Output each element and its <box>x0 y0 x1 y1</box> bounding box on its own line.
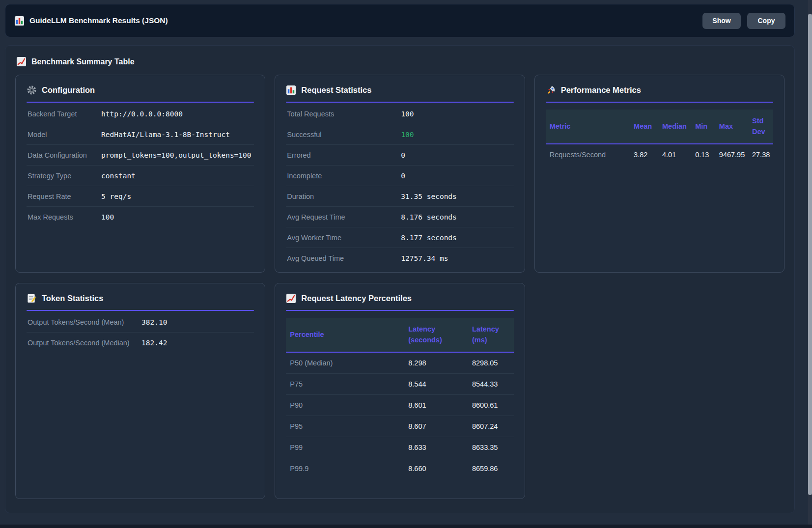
config-row: Max Requests 100 <box>27 207 254 227</box>
config-row: Request Rate 5 req/s <box>27 186 254 207</box>
table-header-row: Percentile Latency (seconds) Latency (ms… <box>286 318 513 352</box>
cell-stddev: 27.38 <box>748 144 773 165</box>
stat-row: Successful 100 <box>286 124 513 145</box>
configuration-card: Configuration Backend Target http://0.0.… <box>15 75 265 273</box>
request-statistics-title-text: Request Statistics <box>301 85 371 95</box>
stat-row: Errored 0 <box>286 145 513 166</box>
cell-min: 0.13 <box>691 144 715 165</box>
config-row: Model RedHatAI/Llama-3.1-8B-Instruct <box>27 124 254 145</box>
row-label: Strategy Type <box>28 172 101 180</box>
accent-divider <box>27 310 254 311</box>
table-row: P50 (Median) 8.298 8298.05 <box>286 352 513 374</box>
cell-latency-ms: 8298.05 <box>468 352 514 374</box>
bar-chart-icon <box>14 16 25 26</box>
cell-percentile: P50 (Median) <box>286 352 404 374</box>
cell-percentile: P75 <box>286 373 404 394</box>
cell-metric: Requests/Second <box>546 144 630 165</box>
cell-latency-ms: 8544.33 <box>468 373 514 394</box>
latency-percentiles-table: Percentile Latency (seconds) Latency (ms… <box>286 318 513 479</box>
table-row: Requests/Second 3.82 4.01 0.13 9467.95 2… <box>546 144 773 165</box>
col-header-percentile: Percentile <box>286 318 404 352</box>
request-statistics-rows: Total Requests 100 Successful 100 Errore… <box>286 104 513 269</box>
copy-button[interactable]: Copy <box>747 13 785 29</box>
row-value: 8.177 seconds <box>401 234 512 242</box>
memo-icon <box>27 293 37 304</box>
token-statistics-title-text: Token Statistics <box>42 294 103 303</box>
col-header-max: Max <box>715 110 748 144</box>
stat-row: Duration 31.35 seconds <box>286 186 513 207</box>
app-title-group: GuideLLM Benchmark Results (JSON) <box>14 16 168 26</box>
cell-percentile: P95 <box>286 416 404 437</box>
row-value: 382.10 <box>141 318 253 326</box>
row-label: Incomplete <box>287 172 401 180</box>
row-value: 8.176 seconds <box>401 213 512 221</box>
row-value: prompt_tokens=100,output_tokens=100 <box>101 151 253 159</box>
window-bottom-edge <box>0 525 812 528</box>
chart-increasing-icon <box>16 56 27 67</box>
row-value: 31.35 seconds <box>401 193 512 200</box>
row-value-success: 100 <box>401 131 512 139</box>
row-label: Avg Queued Time <box>287 254 401 262</box>
cell-latency-seconds: 8.633 <box>404 437 468 458</box>
row-label: Avg Worker Time <box>287 234 401 242</box>
row-value: http://0.0.0.0:8000 <box>101 110 253 118</box>
cell-median: 4.01 <box>658 144 691 165</box>
request-statistics-card-title: Request Statistics <box>283 84 516 95</box>
cell-max: 9467.95 <box>715 144 748 165</box>
configuration-card-title: Configuration <box>24 84 257 95</box>
stat-row: Avg Worker Time 8.177 seconds <box>286 227 513 248</box>
show-button[interactable]: Show <box>702 13 741 29</box>
empty-grid-cell <box>534 283 784 499</box>
row-label: Duration <box>287 193 401 200</box>
table-row: P99 8.633 8633.35 <box>286 437 513 458</box>
row-label: Request Rate <box>28 193 101 200</box>
token-row: Output Tokens/Second (Mean) 382.10 <box>27 312 254 333</box>
col-header-latency-seconds: Latency (seconds) <box>404 318 468 352</box>
token-statistics-card-title: Token Statistics <box>24 292 257 304</box>
cell-percentile: P99 <box>286 437 404 458</box>
col-header-mean: Mean <box>630 110 658 144</box>
rocket-icon <box>546 85 556 95</box>
row-label: Errored <box>287 151 401 159</box>
cell-latency-seconds: 8.298 <box>404 352 468 374</box>
table-row: P99.9 8.660 8659.86 <box>286 458 513 479</box>
request-latency-percentiles-card-title: Request Latency Percentiles <box>283 292 516 304</box>
row-label: Data Configuration <box>28 151 101 159</box>
cell-latency-seconds: 8.544 <box>404 373 468 394</box>
cell-latency-seconds: 8.607 <box>404 416 468 437</box>
accent-divider <box>286 102 513 103</box>
row-label: Backend Target <box>28 110 101 118</box>
stat-row: Avg Queued Time 12757.34 ms <box>286 248 513 269</box>
header-bar: GuideLLM Benchmark Results (JSON) Show C… <box>5 4 795 37</box>
config-row: Backend Target http://0.0.0.0:8000 <box>27 104 254 124</box>
token-statistics-rows: Output Tokens/Second (Mean) 382.10 Outpu… <box>27 312 254 353</box>
app-title: GuideLLM Benchmark Results (JSON) <box>29 16 168 25</box>
section-heading: Benchmark Summary Table <box>15 56 784 67</box>
cell-mean: 3.82 <box>630 144 658 165</box>
configuration-rows: Backend Target http://0.0.0.0:8000 Model… <box>27 104 254 227</box>
table-row: P95 8.607 8607.24 <box>286 416 513 437</box>
cell-latency-seconds: 8.660 <box>404 458 468 479</box>
col-header-median: Median <box>658 110 691 144</box>
performance-metrics-table: Metric Mean Median Min Max Std Dev Reque… <box>546 110 773 165</box>
row-label: Successful <box>287 131 401 139</box>
table-row: P90 8.601 8600.61 <box>286 394 513 416</box>
row-value: 5 req/s <box>101 193 253 200</box>
accent-divider <box>27 102 254 103</box>
scrollbar-thumb[interactable] <box>808 14 812 495</box>
row-value: 100 <box>101 213 253 221</box>
row-label: Max Requests <box>28 213 101 221</box>
config-row: Strategy Type constant <box>27 166 254 186</box>
stat-row: Incomplete 0 <box>286 166 513 186</box>
col-header-metric: Metric <box>546 110 630 144</box>
gear-icon <box>27 85 37 95</box>
row-value: RedHatAI/Llama-3.1-8B-Instruct <box>101 131 253 139</box>
accent-divider <box>286 310 513 311</box>
performance-metrics-card-title: Performance Metrics <box>543 84 776 95</box>
col-header-stddev: Std Dev <box>748 110 773 144</box>
row-value: 0 <box>401 172 512 180</box>
table-row: P75 8.544 8544.33 <box>286 373 513 394</box>
performance-metrics-card: Performance Metrics Metric Mean Median M… <box>534 75 784 273</box>
row-label: Model <box>28 131 101 139</box>
cell-latency-ms: 8607.24 <box>468 416 514 437</box>
